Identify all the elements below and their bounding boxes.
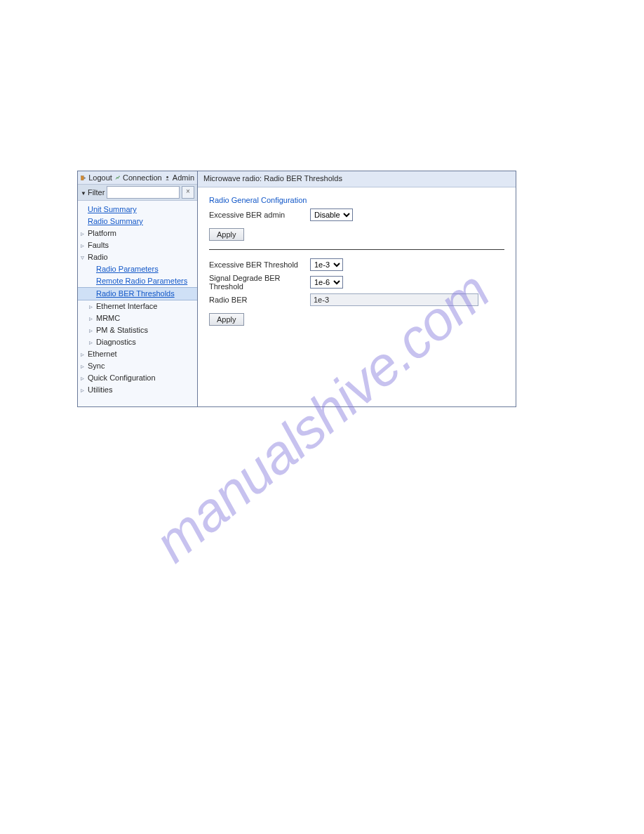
nav-radio[interactable]: Radio bbox=[78, 251, 197, 263]
select-excessive-ber-admin[interactable]: Disable bbox=[310, 208, 353, 221]
admin-icon bbox=[165, 173, 170, 182]
nav-radio-summary[interactable]: Radio Summary bbox=[78, 216, 197, 227]
nav-radio-parameters[interactable]: Radio Parameters bbox=[78, 263, 197, 275]
filter-bar: Filter × bbox=[78, 185, 197, 201]
logout-icon bbox=[81, 173, 86, 182]
nav-radio-ber-thresholds[interactable]: Radio BER Thresholds bbox=[78, 287, 197, 300]
row-excessive-ber-threshold: Excessive BER Threshold 1e-3 bbox=[209, 258, 504, 271]
select-excessive-ber-threshold[interactable]: 1e-3 bbox=[310, 258, 343, 271]
filter-input[interactable] bbox=[107, 186, 180, 199]
nav-utilities[interactable]: Utilities bbox=[78, 384, 197, 396]
nav-mrmc[interactable]: MRMC bbox=[78, 312, 197, 324]
svg-rect-0 bbox=[81, 176, 84, 180]
connection-link[interactable]: Connection bbox=[123, 173, 162, 182]
svg-point-1 bbox=[119, 176, 119, 176]
label-signal-degrade-threshold: Signal Degrade BER Threshold bbox=[209, 274, 310, 291]
row-signal-degrade-threshold: Signal Degrade BER Threshold 1e-6 bbox=[209, 274, 504, 291]
label-excessive-ber-threshold: Excessive BER Threshold bbox=[209, 260, 310, 269]
nav-diagnostics[interactable]: Diagnostics bbox=[78, 336, 197, 348]
main-panel: Microwave radio: Radio BER Thresholds Ra… bbox=[198, 171, 516, 406]
admin-link[interactable]: Admin bbox=[173, 173, 194, 182]
nav-pm-statistics[interactable]: PM & Statistics bbox=[78, 324, 197, 336]
nav-tree: Unit Summary Radio Summary Platform Faul… bbox=[78, 201, 197, 402]
form-body: Radio General Configuration Excessive BE… bbox=[198, 187, 516, 406]
sidebar-toolbar: Logout Connection Admin bbox=[78, 171, 197, 185]
apply-button-1[interactable]: Apply bbox=[209, 228, 244, 241]
apply-button-2[interactable]: Apply bbox=[209, 313, 244, 326]
section-title: Radio General Configuration bbox=[209, 196, 504, 204]
label-radio-ber: Radio BER bbox=[209, 296, 310, 304]
svg-point-2 bbox=[166, 176, 168, 178]
logout-link[interactable]: Logout bbox=[88, 173, 112, 182]
nav-quick-configuration[interactable]: Quick Configuration bbox=[78, 372, 197, 384]
nav-remote-radio-parameters[interactable]: Remote Radio Parameters bbox=[78, 275, 197, 287]
sidebar: Logout Connection Admin Filter × Unit Su… bbox=[78, 171, 198, 406]
nav-ethernet[interactable]: Ethernet bbox=[78, 348, 197, 360]
filter-clear-button[interactable]: × bbox=[182, 186, 194, 199]
select-signal-degrade-threshold[interactable]: 1e-6 bbox=[310, 276, 343, 289]
nav-ethernet-interface[interactable]: Ethernet Interface bbox=[78, 300, 197, 312]
row-radio-ber: Radio BER 1e-3 bbox=[209, 293, 504, 306]
filter-label: Filter bbox=[81, 188, 105, 197]
page-title: Microwave radio: Radio BER Thresholds bbox=[198, 171, 516, 187]
nav-unit-summary[interactable]: Unit Summary bbox=[78, 204, 197, 216]
connection-icon bbox=[115, 173, 120, 182]
nav-sync[interactable]: Sync bbox=[78, 360, 197, 372]
app-window: Logout Connection Admin Filter × Unit Su… bbox=[77, 171, 516, 407]
field-radio-ber: 1e-3 bbox=[310, 293, 478, 306]
nav-faults[interactable]: Faults bbox=[78, 239, 197, 251]
row-excessive-ber-admin: Excessive BER admin Disable bbox=[209, 208, 504, 221]
nav-platform[interactable]: Platform bbox=[78, 227, 197, 239]
label-excessive-ber-admin: Excessive BER admin bbox=[209, 211, 310, 219]
divider bbox=[209, 249, 504, 250]
